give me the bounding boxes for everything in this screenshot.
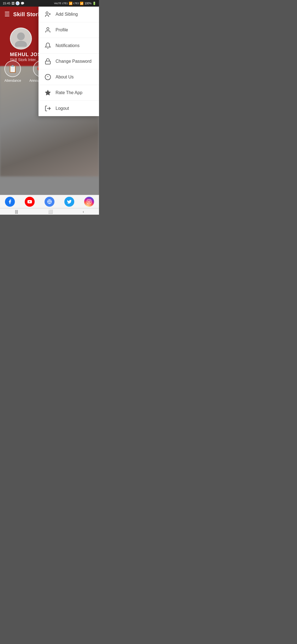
menu-item-change-password[interactable]: Change Password <box>38 54 99 69</box>
menu-item-rate-app[interactable]: Rate The App <box>38 85 99 101</box>
notifications-label: Notifications <box>56 43 79 48</box>
menu-item-about-us[interactable]: About Us <box>38 69 99 85</box>
logout-icon <box>44 105 52 112</box>
svg-marker-14 <box>45 90 51 95</box>
about-us-label: About Us <box>56 75 74 80</box>
menu-item-add-sibling[interactable]: Add Sibling <box>38 7 99 22</box>
menu-item-notifications[interactable]: Notifications <box>38 38 99 54</box>
menu-item-logout[interactable]: Logout <box>38 101 99 116</box>
notifications-icon <box>44 42 52 50</box>
svg-point-6 <box>46 12 48 14</box>
profile-label: Profile <box>56 28 68 32</box>
dropdown-menu: Add Sibling Profile Notifications <box>38 7 99 116</box>
change-password-icon <box>44 58 52 65</box>
svg-point-9 <box>47 28 49 30</box>
rate-app-icon <box>44 89 52 97</box>
about-us-icon <box>44 73 52 81</box>
svg-rect-10 <box>45 61 50 64</box>
rate-app-label: Rate The App <box>56 90 82 95</box>
menu-item-profile[interactable]: Profile <box>38 22 99 38</box>
logout-label: Logout <box>56 106 69 111</box>
change-password-label: Change Password <box>56 59 92 64</box>
profile-icon <box>44 26 52 34</box>
add-sibling-label: Add Sibling <box>56 12 78 17</box>
dropdown-overlay[interactable]: Add Sibling Profile Notifications <box>0 0 99 215</box>
add-sibling-icon <box>44 10 52 18</box>
